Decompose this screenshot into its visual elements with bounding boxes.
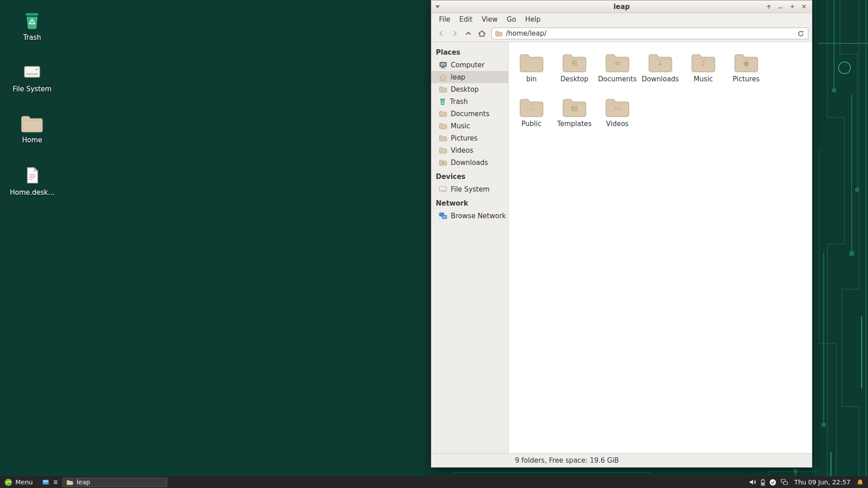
folder-icon bbox=[439, 159, 447, 166]
forward-button[interactable] bbox=[448, 28, 461, 39]
desktop-icon-label: Trash bbox=[23, 33, 41, 42]
drive-icon bbox=[22, 62, 42, 82]
folder-icon bbox=[519, 97, 544, 117]
folder-label: Templates bbox=[557, 120, 591, 128]
path-input[interactable] bbox=[506, 29, 792, 38]
sidebar-item-computer[interactable]: Computer bbox=[431, 59, 508, 71]
window-controls bbox=[764, 3, 808, 11]
up-button[interactable] bbox=[462, 28, 474, 39]
folder-icon bbox=[439, 110, 447, 117]
folder-icon bbox=[439, 122, 447, 129]
folder-item-bin[interactable]: bin bbox=[510, 46, 553, 83]
sidebar-item-downloads[interactable]: Downloads bbox=[431, 156, 508, 169]
folder-icon bbox=[66, 479, 73, 485]
panel-separator bbox=[38, 478, 38, 486]
computer-icon bbox=[439, 61, 447, 69]
menubar: File Edit View Go Help bbox=[431, 13, 812, 25]
folder-label: bin bbox=[526, 75, 537, 83]
speaker-icon bbox=[749, 479, 756, 485]
folder-item-music[interactable]: ♪ Music bbox=[682, 46, 725, 83]
sidebar-item-pictures[interactable]: Pictures bbox=[431, 132, 508, 144]
minimize-button[interactable] bbox=[776, 3, 784, 11]
folder-icon bbox=[519, 52, 544, 73]
folder-view: bin ⊞ Desktop bbox=[509, 42, 812, 453]
reload-icon bbox=[797, 30, 805, 38]
taskbar: Menu leap bbox=[0, 476, 868, 488]
power-manager-tray-button[interactable] bbox=[761, 479, 765, 486]
window-menu-icon[interactable] bbox=[435, 5, 440, 8]
folder-item-documents[interactable]: ≡ Documents bbox=[596, 46, 639, 83]
shade-button[interactable] bbox=[764, 3, 773, 11]
file-manager-window: leap bbox=[431, 0, 812, 468]
desktop-icon-home[interactable]: Home bbox=[9, 114, 55, 144]
folder-icon bbox=[439, 86, 447, 93]
desktop-icon-label: File System bbox=[13, 85, 52, 93]
desktop-icon-label: Home.desk... bbox=[10, 188, 55, 197]
directory-menu-icon[interactable] bbox=[53, 479, 58, 485]
clock[interactable]: Thu 09 Jun, 22:57 bbox=[793, 479, 852, 486]
folder-item-pictures[interactable]: ◉ Pictures bbox=[725, 46, 768, 83]
folder-icon bbox=[439, 147, 447, 154]
back-button[interactable] bbox=[435, 28, 447, 39]
folder-item-public[interactable]: ∴ Public bbox=[510, 90, 553, 128]
sidebar-item-file-system[interactable]: File System bbox=[431, 183, 508, 195]
sidebar-item-desktop[interactable]: Desktop bbox=[431, 83, 508, 95]
maximize-button[interactable] bbox=[788, 3, 796, 11]
home-button[interactable] bbox=[476, 28, 488, 39]
sidebar-item-label: Computer bbox=[451, 61, 485, 69]
path-bar[interactable] bbox=[491, 28, 808, 39]
folder-label: Music bbox=[693, 75, 713, 83]
reload-button[interactable] bbox=[795, 28, 806, 38]
menu-help[interactable]: Help bbox=[521, 14, 545, 25]
volume-tray-button[interactable] bbox=[749, 479, 756, 485]
folder-icon bbox=[495, 30, 503, 37]
menu-file[interactable]: File bbox=[434, 14, 455, 25]
folder-icon bbox=[648, 52, 673, 73]
notifications-tray-button[interactable] bbox=[857, 479, 863, 486]
forward-icon bbox=[451, 29, 459, 38]
folder-icon bbox=[562, 97, 587, 117]
sidebar-header-devices: Devices bbox=[431, 169, 508, 183]
taskbar-window-button-leap[interactable]: leap bbox=[62, 478, 167, 487]
updates-tray-button[interactable] bbox=[769, 479, 776, 486]
workspace-icon bbox=[42, 479, 49, 485]
desktop-icon-home-desktop-file[interactable]: Home.desk... bbox=[9, 165, 55, 197]
sidebar-item-label: Music bbox=[451, 122, 470, 130]
sidebar-item-leap[interactable]: leap bbox=[431, 71, 508, 83]
home-folder-icon bbox=[20, 114, 44, 133]
sidebar-item-label: Videos bbox=[451, 146, 473, 155]
folder-item-templates[interactable]: ▤ Templates bbox=[553, 90, 596, 128]
network-tray-button[interactable] bbox=[781, 479, 788, 485]
sidebar-item-videos[interactable]: Videos bbox=[431, 144, 508, 156]
sidebar-item-label: Downloads bbox=[451, 159, 488, 167]
sidebar-item-documents[interactable]: Documents bbox=[431, 108, 508, 120]
folder-label: Public bbox=[521, 120, 541, 128]
menu-edit[interactable]: Edit bbox=[455, 14, 477, 25]
close-button[interactable] bbox=[800, 3, 808, 11]
shade-icon bbox=[765, 3, 772, 10]
network-icon bbox=[781, 479, 788, 485]
desktop-icon-file-system[interactable]: File System bbox=[9, 62, 55, 93]
titlebar[interactable]: leap bbox=[431, 0, 812, 13]
folder-item-downloads[interactable]: ↓ Downloads bbox=[639, 46, 682, 83]
sidebar-item-trash[interactable]: Trash bbox=[431, 95, 508, 108]
minimize-icon bbox=[777, 3, 784, 10]
battery-icon bbox=[761, 479, 765, 486]
menu-button-label: Menu bbox=[15, 479, 33, 486]
applications-menu-button[interactable]: Menu bbox=[3, 477, 34, 487]
folder-label: Videos bbox=[606, 120, 629, 128]
back-icon bbox=[437, 29, 445, 38]
menu-go[interactable]: Go bbox=[502, 14, 521, 25]
sidebar-item-label: Documents bbox=[451, 110, 490, 118]
sidebar-item-music[interactable]: Music bbox=[431, 120, 508, 132]
sidebar-item-label: Browse Network bbox=[451, 212, 506, 220]
desktop-icon-trash[interactable]: Trash bbox=[9, 10, 55, 42]
toolbar bbox=[431, 25, 812, 42]
workspace-switcher-icon[interactable] bbox=[42, 479, 49, 485]
folder-item-desktop[interactable]: ⊞ Desktop bbox=[553, 46, 596, 83]
menu-view[interactable]: View bbox=[477, 14, 502, 25]
desktop: { "desktop": { "icons": [ { "name": "tra… bbox=[0, 0, 868, 488]
folder-item-videos[interactable]: ▭ Videos bbox=[596, 90, 639, 128]
document-icon bbox=[23, 165, 42, 185]
sidebar-item-browse-network[interactable]: Browse Network bbox=[431, 210, 508, 222]
